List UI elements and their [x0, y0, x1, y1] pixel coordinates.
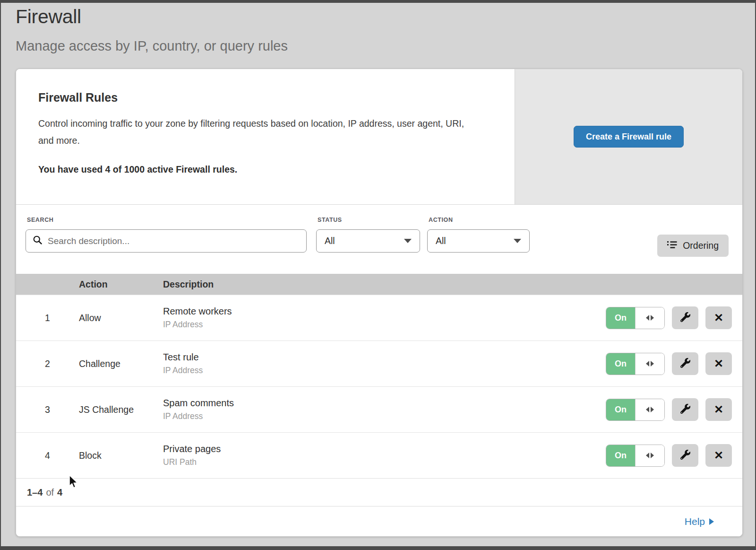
- create-firewall-rule-button[interactable]: Create a Firewall rule: [574, 126, 684, 148]
- edit-rule-button[interactable]: [672, 398, 698, 421]
- toggle-on-segment[interactable]: On: [606, 399, 635, 420]
- arrow-right-icon: [651, 315, 654, 321]
- page-title: Firewall: [16, 6, 288, 28]
- wrench-icon: [680, 450, 690, 461]
- pagination-total: 4: [57, 487, 62, 498]
- page-subtitle: Manage access by IP, country, or query r…: [16, 38, 288, 54]
- rule-description: Spam comments: [163, 398, 606, 409]
- action-field: ACTION All: [420, 217, 530, 274]
- toggle-on-segment[interactable]: On: [606, 353, 635, 375]
- help-link[interactable]: Help: [685, 516, 714, 527]
- firewall-page: Firewall Manage access by IP, country, o…: [1, 3, 755, 546]
- page-header: Firewall Manage access by IP, country, o…: [16, 6, 288, 54]
- table-row: 4 Block Private pages URI Path On ✕: [16, 432, 742, 478]
- rule-match-type: IP Address: [163, 320, 606, 330]
- wrench-icon: [680, 404, 690, 415]
- arrow-left-icon: [646, 361, 649, 367]
- rule-match-type: URI Path: [163, 457, 606, 467]
- rule-description-cell: Private pages URI Path: [163, 444, 606, 467]
- chevron-down-icon: [404, 239, 412, 243]
- create-rule-panel: Create a Firewall rule: [515, 69, 742, 204]
- rule-priority: 4: [16, 450, 79, 461]
- description-column-header: Description: [163, 279, 742, 290]
- rule-action: Challenge: [79, 358, 163, 369]
- edit-rule-button[interactable]: [672, 352, 698, 375]
- table-row: 1 Allow Remote workers IP Address On ✕: [16, 295, 742, 340]
- delete-rule-button[interactable]: ✕: [705, 398, 732, 421]
- toggle-drag-handle[interactable]: [635, 399, 664, 420]
- rule-description-cell: Spam comments IP Address: [163, 398, 606, 421]
- rule-action: JS Challenge: [79, 404, 163, 415]
- table-row: 3 JS Challenge Spam comments IP Address …: [16, 386, 742, 432]
- row-controls: On ✕: [606, 444, 742, 467]
- wrench-icon: [680, 312, 690, 323]
- list-ordering-icon: [667, 240, 677, 251]
- row-controls: On ✕: [606, 306, 742, 329]
- toggle-drag-handle[interactable]: [635, 445, 664, 466]
- action-select[interactable]: All: [427, 229, 530, 253]
- intro-panel: Firewall Rules Control incoming traffic …: [16, 69, 515, 204]
- rule-action: Allow: [79, 313, 163, 323]
- firewall-rules-card: Firewall Rules Control incoming traffic …: [16, 69, 743, 537]
- arrow-right-icon: [651, 407, 654, 412]
- rule-match-type: IP Address: [163, 411, 606, 421]
- arrow-left-icon: [646, 315, 649, 321]
- action-column-header: Action: [79, 279, 163, 290]
- ordering-button[interactable]: Ordering: [657, 235, 729, 257]
- rule-description-cell: Remote workers IP Address: [163, 306, 606, 330]
- toggle-on-segment[interactable]: On: [606, 307, 635, 329]
- status-selected-value: All: [325, 236, 335, 246]
- card-heading: Firewall Rules: [38, 91, 472, 105]
- pagination-range: 1–4: [27, 487, 43, 498]
- toggle-drag-handle[interactable]: [635, 307, 664, 329]
- edit-rule-button[interactable]: [672, 306, 698, 329]
- rule-description-cell: Test rule IP Address: [163, 352, 606, 375]
- pagination-of: of: [46, 487, 54, 498]
- toggle-on-segment[interactable]: On: [606, 445, 635, 466]
- help-bar: Help: [16, 506, 742, 536]
- delete-rule-button[interactable]: ✕: [705, 444, 732, 467]
- status-label: STATUS: [318, 217, 420, 223]
- wrench-icon: [680, 358, 690, 369]
- rule-priority: 2: [16, 358, 79, 369]
- toggle-drag-handle[interactable]: [635, 353, 664, 375]
- rule-match-type: IP Address: [163, 366, 606, 375]
- rule-enabled-toggle[interactable]: On: [606, 307, 665, 329]
- close-icon: ✕: [714, 312, 723, 323]
- status-select[interactable]: All: [316, 229, 420, 253]
- close-icon: ✕: [714, 404, 723, 415]
- ordering-button-label: Ordering: [683, 240, 719, 251]
- arrow-right-icon: [651, 361, 654, 367]
- search-input[interactable]: [47, 236, 299, 247]
- rule-priority: 3: [16, 404, 79, 415]
- filter-bar: SEARCH STATUS All ACTION All: [16, 205, 742, 274]
- action-label: ACTION: [429, 217, 530, 223]
- close-icon: ✕: [714, 358, 723, 369]
- rule-action: Block: [79, 450, 163, 461]
- close-icon: ✕: [714, 450, 723, 461]
- rule-enabled-toggle[interactable]: On: [606, 399, 665, 421]
- search-field: SEARCH: [26, 217, 307, 274]
- pagination-bar: 1–4 of 4: [16, 478, 742, 506]
- delete-rule-button[interactable]: ✕: [705, 306, 732, 329]
- card-top-section: Firewall Rules Control incoming traffic …: [16, 69, 742, 205]
- chevron-down-icon: [514, 239, 521, 243]
- rule-description: Private pages: [163, 444, 606, 454]
- action-selected-value: All: [436, 236, 446, 246]
- row-controls: On ✕: [606, 352, 742, 375]
- rule-priority: 1: [16, 313, 79, 323]
- arrow-left-icon: [646, 453, 649, 458]
- delete-rule-button[interactable]: ✕: [705, 352, 732, 375]
- table-row: 2 Challenge Test rule IP Address On ✕: [16, 340, 742, 386]
- rule-description: Test rule: [163, 352, 606, 363]
- table-header: Action Description: [16, 274, 742, 295]
- search-box: [26, 229, 307, 253]
- rule-description: Remote workers: [163, 306, 606, 317]
- search-icon: [33, 236, 42, 246]
- rule-enabled-toggle[interactable]: On: [606, 353, 665, 375]
- arrow-left-icon: [646, 407, 649, 412]
- help-arrow-icon: [709, 518, 714, 525]
- help-link-label: Help: [685, 516, 705, 527]
- rule-enabled-toggle[interactable]: On: [606, 445, 665, 467]
- edit-rule-button[interactable]: [672, 444, 698, 467]
